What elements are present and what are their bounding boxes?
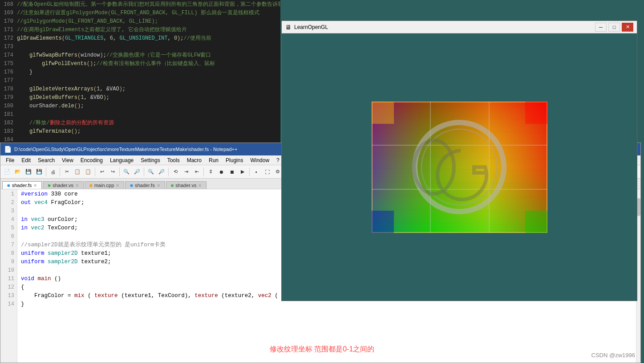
code-line-175: 175 glfwPollEvents();//检查有没有触发什么事件（比如键盘输… xyxy=(0,59,280,68)
toolbar-paste[interactable]: 📋 xyxy=(83,167,93,177)
code-line-173: 173 xyxy=(0,42,280,51)
opengl-icon: 🖥 xyxy=(285,24,292,31)
toolbar-macro-play[interactable]: ▶ xyxy=(238,167,247,177)
tab-shader-fs-2[interactable]: ■ shader.fs ✕ xyxy=(125,181,165,189)
watermark-area: CSDN @zw1996 xyxy=(0,347,644,363)
toolbar-open[interactable]: 📂 xyxy=(13,167,23,177)
code-line-184: 184 xyxy=(0,135,280,143)
menu-edit[interactable]: Edit xyxy=(18,156,34,164)
opengl-window: 🖥 LearnOpenGL ─ □ ✕ xyxy=(281,20,637,301)
toolbar-sep-7 xyxy=(203,167,204,176)
code-area-top: 168 //配备OpenGL如何绘制图元。第一个参数表示我们想对其应用到所有的三… xyxy=(0,0,280,143)
toolbar-macro-rec[interactable]: ⏺ xyxy=(216,167,226,177)
svg-rect-21 xyxy=(525,102,547,124)
toolbar-cut[interactable]: ✂ xyxy=(62,167,72,177)
notepad-title-icon: 📄 xyxy=(4,146,12,153)
opengl-minimize[interactable]: ─ xyxy=(595,23,607,32)
menu-search[interactable]: Search xyxy=(34,156,58,164)
menu-file[interactable]: File xyxy=(2,156,18,164)
toolbar-findreplace[interactable]: 🔎 xyxy=(132,167,142,177)
toolbar-sep-4 xyxy=(119,167,120,176)
menu-view[interactable]: View xyxy=(58,156,77,164)
toolbar-outdent[interactable]: ⇤ xyxy=(192,167,202,177)
toolbar-sep-1 xyxy=(46,167,46,176)
toolbar-wrap[interactable]: ⟲ xyxy=(170,167,180,177)
menu-tools[interactable]: Tools xyxy=(164,156,183,164)
svg-rect-20 xyxy=(372,102,394,124)
code-line-168: 168 //配备OpenGL如何绘制图元。第一个参数表示我们想对其应用到所有的三… xyxy=(0,0,280,8)
opengl-titlebar: 🖥 LearnOpenGL ─ □ ✕ xyxy=(282,21,637,33)
toolbar-saveall[interactable]: 💾 xyxy=(34,167,44,177)
toolbar-syncscroll[interactable]: ⇕ xyxy=(206,167,215,177)
toolbar-sep-6 xyxy=(168,167,169,176)
menu-macro[interactable]: Macro xyxy=(183,156,205,164)
code-line-183: 183 glfwTerminate(); xyxy=(0,127,280,135)
code-line-177: 177 xyxy=(0,76,280,85)
tab-main-cpp[interactable]: ■ main.cpp ✕ xyxy=(85,181,124,189)
line-numbers: 1 2 3 4 5 6 7 8 9 10 11 12 13 14 xyxy=(0,189,17,363)
toolbar-fullscreen[interactable]: ⛶ xyxy=(262,167,272,177)
code-line-182: 182 //释放/删除之前的分配的所有资源 xyxy=(0,118,280,127)
toolbar-find[interactable]: 🔍 xyxy=(122,167,131,177)
toolbar-zoom-out[interactable]: 🔎 xyxy=(157,167,166,177)
cpp-editor-top: 168 //配备OpenGL如何绘制图元。第一个参数表示我们想对其应用到所有的三… xyxy=(0,0,280,143)
toolbar-zoom-in[interactable]: 🔍 xyxy=(146,167,156,177)
toolbar-print[interactable]: 🖨 xyxy=(48,167,58,177)
menu-language[interactable]: Language xyxy=(106,156,137,164)
code-line-178: 178 glDeleteVertexArrays(1, &VAO); xyxy=(0,85,280,93)
code-line-181: 181 xyxy=(0,110,280,118)
code-line-170: 170 //glPolygonMode(GL_FRONT_AND_BACK, G… xyxy=(0,17,280,25)
menu-window[interactable]: Window xyxy=(247,156,273,164)
toolbar-macro-stop[interactable]: ⏹ xyxy=(227,167,237,177)
code-line-172: 172 glDrawElements(GL_TRIANGLES, 6, GL_U… xyxy=(0,34,280,42)
toolbar-sep-8 xyxy=(249,167,250,176)
tab-shader-vs-2[interactable]: ■ shader.vs ✕ xyxy=(166,181,207,189)
toolbar-sep-3 xyxy=(95,167,95,176)
tab-shader-fs-1[interactable]: ■ shader.fs ✕ xyxy=(2,181,42,189)
toolbar-indent[interactable]: ⇥ xyxy=(181,167,191,177)
menu-run[interactable]: Run xyxy=(205,156,222,164)
code-line-171: 171 //在调用glDrawElements之前都定义理了, 它会自动把纹理赋… xyxy=(0,25,280,34)
opengl-title: LearnOpenGL xyxy=(294,24,595,30)
code-row-14: } xyxy=(21,300,632,309)
toolbar-save[interactable]: 💾 xyxy=(24,167,33,177)
toolbar-copy[interactable]: 📋 xyxy=(73,167,82,177)
texture-display xyxy=(372,102,547,233)
watermark-text: CSDN @zw1996 xyxy=(591,352,635,359)
menu-encoding[interactable]: Encoding xyxy=(77,156,106,164)
opengl-close[interactable]: ✕ xyxy=(622,23,633,32)
opengl-window-buttons: ─ □ ✕ xyxy=(595,23,633,32)
toolbar-redo[interactable]: ↪ xyxy=(108,167,117,177)
opengl-maximize[interactable]: □ xyxy=(608,23,620,32)
toolbar-undo[interactable]: ↩ xyxy=(97,167,107,177)
opengl-viewport xyxy=(282,33,637,301)
code-line-180: 180 ourShader.dele(); xyxy=(0,102,280,110)
code-line-174: 174 glfwSwapBuffers(window);//交换颜色缓冲（它是一… xyxy=(0,51,280,59)
toolbar-new[interactable]: 📄 xyxy=(2,167,12,177)
toolbar-sep-2 xyxy=(60,167,60,176)
svg-rect-22 xyxy=(372,211,394,233)
menu-plugins[interactable]: Plugins xyxy=(222,156,247,164)
svg-rect-23 xyxy=(525,211,547,233)
code-line-179: 179 glDeleteBuffers(1, &VBO); xyxy=(0,93,280,102)
toolbar-splitview[interactable]: ▪ xyxy=(251,167,261,177)
menu-settings[interactable]: Settings xyxy=(137,156,163,164)
texture-svg xyxy=(372,102,547,233)
toolbar-sep-5 xyxy=(144,167,144,176)
code-line-169: 169 //注意如果进行设置glPolygonMode(GL_FRONT_AND… xyxy=(0,8,280,17)
tab-shader-vs-1[interactable]: ■ shader.vs ✕ xyxy=(43,181,84,189)
code-line-176: 176 } xyxy=(0,68,280,76)
